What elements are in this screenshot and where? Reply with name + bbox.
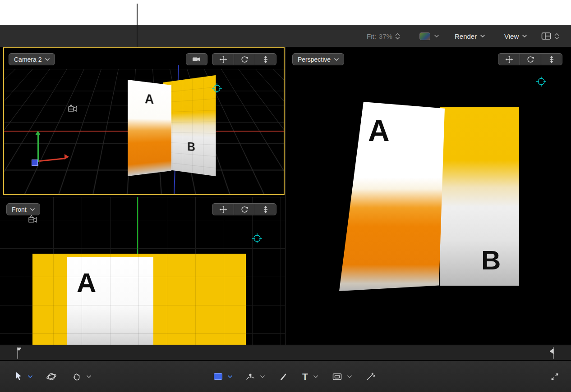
resize-diagonal-icon (550, 372, 559, 381)
chevron-down-icon (522, 35, 527, 37)
pan-hand-tool-button[interactable] (72, 372, 81, 381)
3d-transform-icon (46, 371, 57, 382)
dolly-view-button[interactable] (255, 54, 276, 65)
canvas-toolbar: Fit: 37% Render View (0, 25, 571, 47)
orbit-icon (240, 205, 249, 214)
play-range-in-marker[interactable] (16, 347, 23, 361)
select-tool-chevron-icon[interactable] (28, 375, 32, 378)
orbit-icon (526, 55, 534, 64)
camera-wireframe-icon[interactable] (67, 103, 78, 116)
pan-view-button[interactable] (498, 54, 520, 65)
camera-select-label: Camera 2 (14, 56, 41, 63)
perspective-select-dropdown[interactable]: Perspective (292, 53, 344, 65)
layout-selector[interactable] (541, 25, 559, 47)
hand-tool-chevron-icon[interactable] (87, 375, 91, 378)
mask-tool-chevron-icon[interactable] (347, 375, 352, 378)
camera-overlay-button[interactable] (186, 53, 207, 65)
chevron-down-icon (480, 35, 485, 37)
select-tool-button[interactable] (14, 372, 23, 381)
fit-value: 37% (379, 32, 392, 40)
camera2-view-tools (212, 53, 276, 65)
front-select-dropdown[interactable]: Front (6, 203, 40, 215)
chevron-down-icon (434, 35, 439, 37)
origin-cube[interactable] (32, 160, 38, 166)
perspective-view-tools (498, 53, 562, 65)
chevron-down-icon (30, 208, 35, 211)
camera-wireframe-icon[interactable] (27, 214, 38, 226)
plane-b-letter: B (481, 245, 501, 276)
front-view-tools (212, 203, 276, 215)
timeline-strip[interactable] (0, 345, 571, 360)
orbit-view-button[interactable] (234, 54, 255, 65)
resize-canvas-button[interactable] (550, 372, 559, 381)
paint-stroke-tool-button[interactable] (279, 372, 288, 381)
plane-a-letter: A (368, 114, 390, 148)
adjust-tool-button[interactable] (366, 372, 375, 381)
text-tool-label: T (302, 372, 308, 381)
hand-icon (72, 372, 81, 381)
rectangle-tool-icon (214, 373, 222, 380)
text-tool-button[interactable]: T (302, 372, 308, 381)
image-mask-icon (332, 373, 342, 380)
viewport-perspective[interactable]: B A Perspective (286, 47, 571, 345)
create-tools-group: T (214, 361, 375, 392)
chevron-down-icon (334, 58, 339, 61)
document-white-band (0, 0, 571, 25)
adjust-wand-icon (366, 372, 375, 381)
callout-line (137, 4, 138, 47)
orbit-view-button[interactable] (520, 54, 541, 65)
viewport-camera2[interactable]: B A Camera 2 (3, 47, 285, 195)
anchor-crosshair-icon[interactable] (252, 233, 262, 245)
plane-a[interactable]: A (128, 80, 171, 176)
rectangle-tool-chevron-icon[interactable] (228, 375, 232, 378)
fit-zoom-control[interactable]: Fit: 37% (367, 25, 400, 47)
mask-tool-button[interactable] (332, 373, 342, 380)
plane-a[interactable]: A (67, 257, 153, 345)
pan-icon (219, 205, 227, 214)
layout-stepper-icon[interactable] (554, 33, 559, 40)
orbit-view-button[interactable] (234, 204, 255, 215)
brush-icon (279, 372, 288, 381)
green-axis-arrowhead (35, 131, 41, 135)
dolly-icon (548, 55, 555, 64)
viewport-front[interactable]: A Front (0, 197, 285, 345)
window-layout-icon (541, 32, 551, 40)
pan-icon (505, 55, 513, 64)
3d-transform-tool-button[interactable] (46, 371, 57, 382)
render-label: Render (455, 32, 477, 40)
red-axis-arrowhead (64, 154, 69, 160)
dolly-view-button[interactable] (541, 54, 562, 65)
chevron-down-icon (45, 58, 50, 61)
plane-a-letter: A (145, 91, 154, 107)
color-well-control[interactable] (419, 25, 439, 47)
bezier-tool-button[interactable] (246, 373, 255, 381)
text-tool-chevron-icon[interactable] (313, 375, 318, 378)
camera-select-dropdown[interactable]: Camera 2 (9, 53, 55, 65)
dolly-icon (262, 55, 269, 64)
pan-view-button[interactable] (212, 204, 234, 215)
render-menu[interactable]: Render (455, 25, 485, 47)
anchor-crosshair-icon[interactable] (212, 83, 222, 95)
video-camera-icon (192, 56, 201, 63)
transform-tools-group (14, 361, 91, 392)
view-menu[interactable]: View (504, 25, 527, 47)
bezier-tool-icon (246, 373, 255, 381)
pan-view-button[interactable] (212, 54, 234, 65)
plane-b-letter: B (187, 140, 195, 154)
bezier-tool-chevron-icon[interactable] (260, 375, 265, 378)
plane-a-letter: A (77, 267, 96, 298)
view-label: View (504, 32, 519, 40)
green-axis (37, 135, 39, 162)
fit-stepper-icon[interactable] (395, 33, 400, 40)
rectangle-tool-button[interactable] (214, 373, 222, 380)
plane-a[interactable]: A (339, 102, 445, 291)
play-range-out-marker[interactable] (548, 347, 555, 361)
dolly-view-button[interactable] (255, 204, 276, 215)
resize-control-group (550, 361, 559, 392)
motion-canvas-window: Fit: 37% Render View B A (0, 0, 571, 392)
anchor-crosshair-icon[interactable] (536, 77, 546, 88)
orbit-icon (240, 55, 249, 64)
plane-b[interactable]: B (440, 107, 519, 286)
pan-icon (219, 55, 227, 64)
color-well-swatch[interactable] (419, 32, 430, 40)
